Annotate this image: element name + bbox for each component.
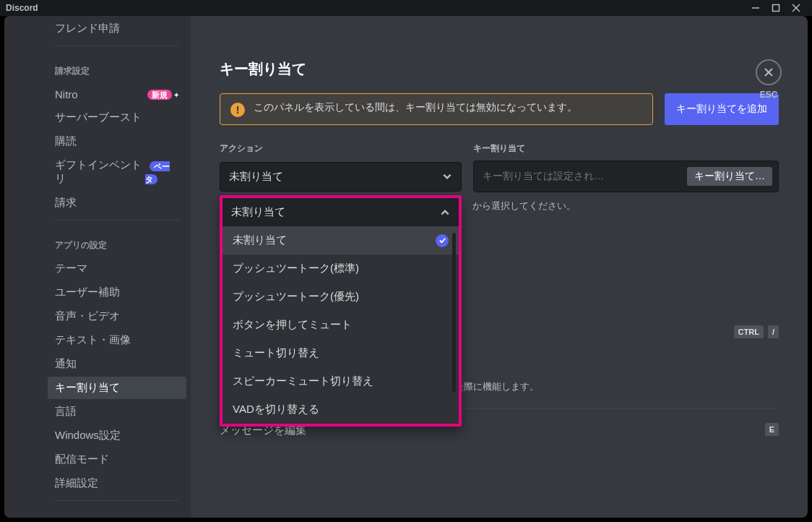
- dropdown-header[interactable]: 未割り当て: [223, 198, 459, 226]
- sidebar-item[interactable]: Nitro新規✦: [48, 83, 186, 105]
- window-close-button[interactable]: [786, 0, 806, 16]
- sidebar-item[interactable]: 配信モード: [48, 448, 186, 471]
- sidebar-item-label: 通知: [55, 357, 77, 371]
- settings-window: フレンド申請 請求設定Nitro新規✦サーバーブースト購読ギフトインベントリベー…: [4, 16, 808, 518]
- dropdown-option[interactable]: ボタンを押してミュート: [223, 311, 459, 339]
- sidebar-item[interactable]: テーマ: [48, 257, 186, 280]
- dropdown-option-label: スピーカーミュート切り替え: [233, 375, 373, 388]
- keybind-placeholder: キー割り当ては設定され…: [483, 170, 604, 183]
- sparkle-icon: ✦: [173, 91, 179, 99]
- sidebar-item-label: テーマ: [55, 262, 87, 275]
- warning-banner: ! このパネルを表示している間は、キー割り当ては無効になっています。: [220, 93, 653, 125]
- sidebar-item-label: 詳細設定: [55, 476, 98, 490]
- svg-rect-1: [773, 5, 779, 12]
- sidebar-item[interactable]: 詳細設定: [48, 472, 186, 495]
- dropdown-option[interactable]: プッシュツートーク(優先): [223, 283, 459, 311]
- dropdown-option-label: ボタンを押してミュート: [233, 318, 352, 332]
- sidebar-item[interactable]: 通知: [48, 353, 186, 375]
- action-column-header: アクション: [220, 142, 462, 155]
- dropdown-option-label: VADを切り替える: [233, 403, 319, 416]
- sidebar-section-header: 請求設定: [48, 52, 186, 82]
- sidebar-item[interactable]: Windows設定: [48, 424, 186, 447]
- sidebar-item[interactable]: 言語: [48, 401, 186, 423]
- dropdown-option-label: プッシュツートーク(標準): [233, 262, 359, 275]
- sidebar-item[interactable]: フレンド申請: [48, 17, 186, 40]
- sidebar-badge: ベータ: [145, 161, 170, 184]
- sidebar-item-label: ユーザー補助: [55, 286, 120, 299]
- help-text-tail: から選択してください。: [472, 200, 576, 211]
- sidebar-divider: [55, 46, 179, 46]
- keybind-column-header: キー割り当て: [473, 142, 525, 155]
- warning-icon: !: [230, 103, 245, 117]
- sidebar-item[interactable]: キー割り当て: [48, 377, 186, 399]
- settings-sidebar: フレンド申請 請求設定Nitro新規✦サーバーブースト購読ギフトインベントリベー…: [4, 16, 191, 518]
- chevron-down-icon: [442, 171, 452, 181]
- keybind-input[interactable]: キー割り当ては設定され… キー割り当て…: [473, 161, 779, 192]
- sidebar-item[interactable]: テキスト・画像: [48, 329, 186, 351]
- window-maximize-button[interactable]: [766, 0, 786, 16]
- dropdown-option[interactable]: プッシュツートーク(標準): [223, 254, 459, 283]
- dropdown-scrollbar[interactable]: [452, 233, 456, 392]
- action-select-value: 未割り当て: [229, 170, 283, 184]
- esc-label: ESC: [756, 90, 782, 100]
- action-select[interactable]: 未割り当て: [220, 162, 462, 192]
- chevron-up-icon: [440, 207, 450, 218]
- sidebar-item-label: 配信モード: [55, 453, 109, 466]
- sidebar-item-label: ギフトインベントリ: [55, 158, 145, 186]
- sidebar-item-label: Windows設定: [55, 429, 121, 442]
- sidebar-item[interactable]: 購読: [48, 130, 186, 153]
- record-keybind-button[interactable]: キー割り当て…: [687, 167, 772, 186]
- keyboard-key: E: [765, 423, 779, 437]
- dropdown-option-label: プッシュツートーク(優先): [233, 290, 359, 304]
- sidebar-item[interactable]: ギフトインベントリベータ: [48, 154, 186, 190]
- sidebar-item-label: 音声・ビデオ: [55, 309, 120, 323]
- settings-content: ESC キー割り当て ! このパネルを表示している間は、キー割り当ては無効になっ…: [191, 16, 808, 518]
- close-settings-button[interactable]: ESC: [756, 59, 782, 100]
- sidebar-item-label: テキスト・画像: [55, 333, 131, 347]
- sidebar-item[interactable]: サーバーブースト: [48, 106, 186, 129]
- check-icon: [436, 234, 449, 247]
- sidebar-item-label: 言語: [55, 405, 77, 419]
- keyboard-key: /: [768, 325, 779, 340]
- sidebar-item[interactable]: ユーザー補助: [48, 281, 186, 304]
- dropdown-option-label: 未割り当て: [233, 234, 287, 247]
- dropdown-list: 未割り当てプッシュツートーク(標準)プッシュツートーク(優先)ボタンを押してミュ…: [223, 226, 459, 424]
- keyboard-key: CTRL: [734, 325, 764, 340]
- dropdown-option[interactable]: VADを切り替える: [223, 395, 459, 424]
- sidebar-item-label: キー割り当て: [55, 381, 120, 395]
- action-dropdown-open: 未割り当て 未割り当てプッシュツートーク(標準)プッシュツートーク(優先)ボタン…: [220, 195, 462, 427]
- dropdown-header-label: 未割り当て: [231, 205, 285, 219]
- close-icon: [762, 66, 775, 79]
- sidebar-badge: 新規: [147, 90, 172, 100]
- sidebar-section-header: アプリの設定: [48, 226, 186, 256]
- sidebar-item-label: 請求: [55, 196, 77, 210]
- app-name: Discord: [6, 3, 38, 13]
- dropdown-option[interactable]: スピーカーミュート切り替え: [223, 367, 459, 395]
- page-title: キー割り当て: [220, 59, 779, 79]
- dropdown-option[interactable]: ミュート切り替え: [223, 339, 459, 367]
- add-keybind-button-label: キー割り当てを追加: [676, 103, 767, 116]
- warning-text: このパネルを表示している間は、キー割り当ては無効になっています。: [254, 101, 577, 114]
- dropdown-option-label: ミュート切り替え: [233, 346, 319, 360]
- sidebar-item[interactable]: 音声・ビデオ: [48, 305, 186, 328]
- sidebar-divider: [55, 220, 179, 221]
- sidebar-item-label: サーバーブースト: [55, 111, 142, 124]
- sidebar-item-label: フレンド申請: [55, 22, 120, 35]
- sidebar-item[interactable]: 請求: [48, 192, 186, 214]
- window-minimize-button[interactable]: [746, 0, 766, 16]
- sidebar-item-label: Nitro: [55, 88, 78, 100]
- sidebar-section-header: アクティビティ設定: [48, 507, 186, 518]
- window-titlebar: Discord: [0, 0, 812, 16]
- sidebar-item-label: 購読: [55, 134, 77, 148]
- dropdown-option[interactable]: 未割り当て: [223, 226, 459, 254]
- sidebar-divider: [55, 500, 179, 501]
